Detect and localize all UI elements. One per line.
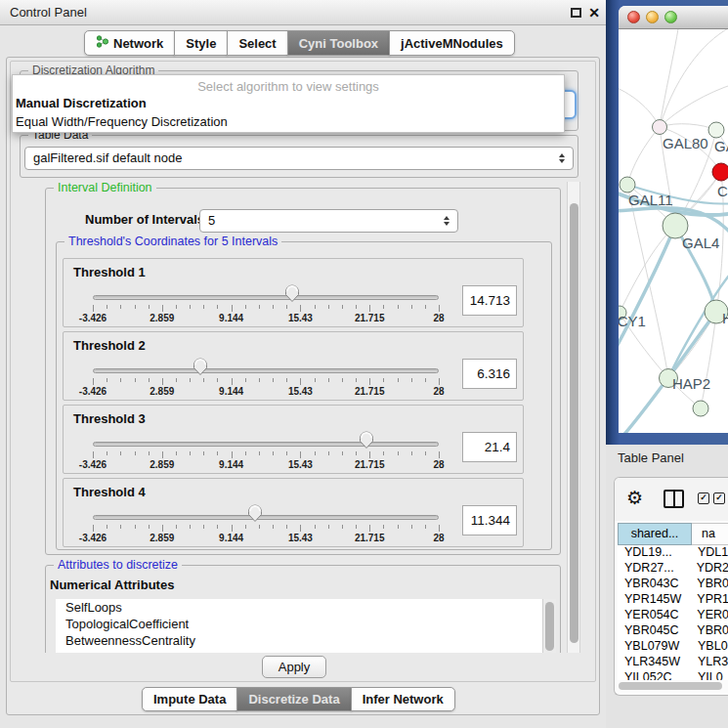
control-panel-tabs: NetworkStyleSelectCyni ToolboxjActiveMNo… bbox=[85, 30, 515, 56]
tick-label: 2.859 bbox=[150, 313, 174, 323]
node-label: GAL11 bbox=[628, 192, 673, 208]
column-header-name[interactable]: na bbox=[692, 523, 728, 545]
settings-scrollbar[interactable] bbox=[567, 182, 580, 653]
popup-item-equal-width-frequency[interactable]: Equal Width/Frequency Discretization bbox=[13, 112, 564, 131]
tick-label: 15.43 bbox=[288, 386, 313, 397]
settings-scrollbar-thumb[interactable] bbox=[570, 203, 578, 643]
combo-arrows-icon bbox=[559, 153, 565, 163]
network-node[interactable] bbox=[712, 163, 728, 181]
threshold-2-slider-track[interactable] bbox=[93, 368, 439, 373]
tick-label: 28 bbox=[433, 533, 444, 543]
table-row[interactable]: YDR27...YDR2 bbox=[618, 561, 728, 577]
threshold-2-slider-thumb[interactable] bbox=[193, 358, 208, 376]
tab-cyni-toolbox[interactable]: Cyni Toolbox bbox=[287, 30, 390, 56]
split-pane-icon[interactable] bbox=[664, 490, 684, 508]
threshold-2-panel: Threshold 2 -3.4262.8599.14415.4321.7152… bbox=[63, 331, 524, 401]
tab-select[interactable]: Select bbox=[227, 30, 287, 56]
threshold-3-slider-track[interactable] bbox=[93, 442, 439, 447]
checkbox-icon[interactable]: ✓ bbox=[713, 492, 725, 504]
threshold-1-slider-track[interactable] bbox=[93, 295, 439, 300]
network-edge bbox=[668, 270, 728, 378]
algorithm-hint: Select algorithm to view settings bbox=[13, 75, 564, 94]
threshold-2-value-field[interactable]: 6.316 bbox=[462, 359, 517, 389]
threshold-4-value-field[interactable]: 11.344 bbox=[462, 505, 517, 535]
table-body: YDL19...YDL1YDR27...YDR2YBR043CYBR0YPR14… bbox=[618, 545, 728, 680]
table-row[interactable]: YLR345WYLR3 bbox=[618, 655, 728, 670]
table-row[interactable]: YBR043CYBR0 bbox=[618, 577, 728, 592]
thresholds-group: Threshold's Coordinates for 5 Intervals … bbox=[56, 241, 552, 550]
tick-label: 28 bbox=[433, 459, 444, 470]
threshold-4-slider-thumb[interactable] bbox=[247, 504, 263, 523]
tick-label: -3.426 bbox=[79, 313, 107, 323]
list-item-topologicalcoefficient[interactable]: TopologicalCoefficient bbox=[56, 616, 556, 632]
threshold-3-value-field[interactable]: 21.4 bbox=[462, 432, 517, 462]
minimize-traffic-light-icon[interactable] bbox=[646, 11, 659, 23]
number-of-intervals-label: Number of Intervals bbox=[85, 212, 204, 227]
tick-label: 2.859 bbox=[150, 459, 174, 470]
network-edge bbox=[660, 124, 716, 130]
table-row[interactable]: YIL052CYIL0 bbox=[618, 670, 728, 680]
interval-definition-label: Interval Definition bbox=[54, 182, 156, 194]
table-panel-card: ⚙ ✓ ✓ shared... na YDL19...YDL1YDR27...Y… bbox=[614, 477, 728, 696]
table-row[interactable]: YBL079WYBL0 bbox=[618, 639, 728, 655]
gear-icon[interactable]: ⚙ bbox=[626, 487, 643, 510]
tab-jactivemnodules[interactable]: jActiveMNodules bbox=[389, 30, 515, 56]
tab-infer-network[interactable]: Infer Network bbox=[351, 687, 455, 711]
number-of-intervals-value: 5 bbox=[208, 213, 215, 228]
close-icon[interactable]: ✕ bbox=[588, 5, 600, 21]
numerical-attributes-list: SelfLoopsTopologicalCoefficientBetweenne… bbox=[56, 599, 556, 653]
number-of-intervals-combobox[interactable]: 5 bbox=[199, 209, 458, 233]
tab-style[interactable]: Style bbox=[174, 30, 228, 56]
table-data-group: Table Data galFiltered.sif default node bbox=[20, 135, 578, 178]
combo-arrows-icon bbox=[444, 216, 450, 226]
control-panel-titlebar: Control Panel ✕ bbox=[0, 0, 606, 25]
network-node[interactable] bbox=[620, 177, 635, 193]
table-data-combobox-value: galFiltered.sif default node bbox=[33, 150, 182, 165]
node-label: GCY1 bbox=[619, 313, 646, 329]
table-data-combobox[interactable]: galFiltered.sif default node bbox=[24, 147, 574, 170]
network-node[interactable] bbox=[693, 401, 708, 416]
attributes-scrollbar[interactable] bbox=[542, 599, 556, 653]
threshold-4-panel: Threshold 4 -3.4262.8599.14415.4321.7152… bbox=[63, 478, 524, 547]
network-edge bbox=[620, 226, 675, 313]
tick-label: -3.426 bbox=[79, 386, 107, 397]
network-canvas[interactable]: GAL80GACGAL11GAL4GCY1HHAP2 bbox=[619, 29, 728, 433]
threshold-1-panel: Threshold 1 -3.4262.8599.14415.4321.7152… bbox=[63, 258, 524, 327]
checkbox-icon[interactable]: ✓ bbox=[698, 492, 709, 504]
list-item-betweennesscentrality[interactable]: BetweennessCentrality bbox=[56, 632, 556, 649]
threshold-1-slider-thumb[interactable] bbox=[284, 284, 300, 303]
apply-button[interactable]: Apply bbox=[262, 656, 326, 678]
threshold-1-label: Threshold 1 bbox=[73, 265, 146, 279]
table-row[interactable]: YBR045CYBR0 bbox=[618, 623, 728, 639]
node-label: HAP2 bbox=[672, 375, 710, 392]
tab-discretize-data[interactable]: Discretize Data bbox=[236, 687, 351, 711]
tab-network[interactable]: Network bbox=[84, 30, 175, 56]
threshold-1-value-field[interactable]: 14.713 bbox=[462, 285, 517, 316]
table-horizontal-scrollbar-thumb[interactable] bbox=[619, 682, 722, 690]
attributes-group-label: Attributes to discretize bbox=[54, 558, 182, 572]
zoom-traffic-light-icon[interactable] bbox=[664, 11, 677, 23]
popup-item-manual-discretization[interactable]: Manual Discretization bbox=[13, 94, 564, 112]
tick-label: 21.715 bbox=[355, 533, 385, 543]
network-edge bbox=[660, 29, 728, 127]
tick-label: 15.43 bbox=[288, 459, 313, 470]
table-panel-title: Table Panel bbox=[618, 450, 684, 465]
network-node[interactable] bbox=[653, 120, 667, 135]
tick-label: -3.426 bbox=[79, 459, 107, 470]
table-row[interactable]: YPR145WYPR1 bbox=[618, 592, 728, 608]
list-item-selfloops[interactable]: SelfLoops bbox=[56, 599, 556, 616]
close-traffic-light-icon[interactable] bbox=[627, 11, 640, 23]
float-window-icon[interactable] bbox=[571, 8, 581, 18]
threshold-4-slider-track[interactable] bbox=[93, 515, 439, 520]
network-edge bbox=[701, 312, 716, 408]
column-header-shared[interactable]: shared... bbox=[618, 523, 692, 545]
threshold-3-slider-thumb[interactable] bbox=[359, 431, 374, 450]
network-node[interactable] bbox=[708, 122, 724, 138]
attributes-scrollbar-thumb[interactable] bbox=[545, 602, 554, 651]
table-row[interactable]: YDL19...YDL1 bbox=[618, 545, 728, 561]
threshold-3-panel: Threshold 3 -3.4262.8599.14415.4321.7152… bbox=[63, 405, 524, 474]
tab-impute-data[interactable]: Impute Data bbox=[142, 687, 237, 711]
table-row[interactable]: YER054CYER0 bbox=[618, 608, 728, 623]
network-window-titlebar[interactable] bbox=[619, 6, 728, 29]
node-label: H bbox=[722, 310, 728, 326]
